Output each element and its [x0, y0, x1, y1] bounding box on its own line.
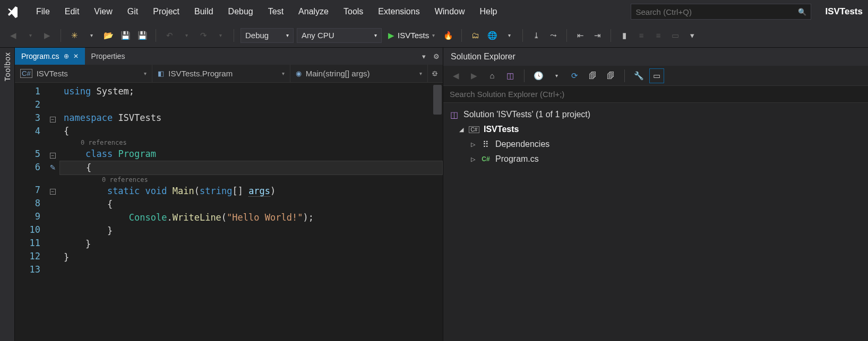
menu-debug[interactable]: Debug [221, 4, 261, 20]
menu-view[interactable]: View [87, 4, 119, 20]
nav-back-button[interactable]: ◀ [6, 29, 20, 42]
start-debug-button[interactable]: ▶ ISVTests ▾ [385, 31, 438, 40]
code-line[interactable]: using System; [59, 85, 443, 98]
sln-pending-button[interactable]: 🕓 [531, 68, 546, 83]
menu-help[interactable]: Help [472, 4, 505, 20]
sln-properties-button[interactable]: 🔧 [631, 68, 646, 83]
menu-window[interactable]: Window [427, 4, 472, 20]
codelens-references[interactable]: 0 references [59, 175, 443, 185]
browser-link-button[interactable]: 🌐 [485, 29, 499, 42]
menu-edit[interactable]: Edit [57, 4, 87, 20]
expander-icon[interactable]: ◢ [458, 126, 465, 133]
redo-button[interactable]: ↷ [196, 29, 210, 42]
toolbox-tab[interactable]: Toolbox [0, 48, 15, 341]
step-over-button[interactable]: ⤳ [546, 29, 560, 42]
split-editor-button[interactable]: ⯐ [428, 69, 443, 77]
sln-preview-button[interactable]: ▭ [649, 68, 664, 83]
overflow-icon[interactable]: ▾ [685, 29, 699, 42]
menu-extensions[interactable]: Extensions [371, 4, 427, 20]
outdent-button[interactable]: ⇤ [573, 29, 587, 42]
code-line[interactable] [59, 98, 443, 111]
menu-analyze[interactable]: Analyze [291, 4, 336, 20]
nav-class-dropdown[interactable]: ◧ ISVTests.Program▾ [152, 65, 290, 82]
menu-project[interactable]: Project [145, 4, 187, 20]
code-line[interactable]: Console.WriteLine("Hello World!"); [59, 211, 443, 224]
expander-icon[interactable]: ▷ [470, 156, 476, 163]
editor-scrollbar[interactable] [433, 85, 442, 115]
indent-button[interactable]: ⇥ [590, 29, 604, 42]
expander-icon[interactable]: ▷ [470, 141, 476, 148]
menu-tools[interactable]: Tools [336, 4, 371, 20]
tab-settings-button[interactable]: ⚙ [430, 53, 443, 60]
sln-home-button[interactable]: ⌂ [485, 68, 500, 83]
comment-button[interactable]: ≡ [634, 29, 648, 42]
code-line[interactable]: class Program [59, 147, 443, 161]
hot-reload-icon[interactable]: 🔥 [441, 29, 455, 42]
browse-folder-button[interactable]: 🗂 [468, 29, 482, 42]
sln-back-button[interactable]: ◀ [449, 68, 463, 83]
sln-forward-button[interactable]: ▶ [467, 68, 482, 83]
new-item-button[interactable]: ✳ [67, 29, 81, 42]
menu-file[interactable]: File [29, 4, 57, 20]
tree-solution-node[interactable]: ◫ Solution 'ISVTests' (1 of 1 project) [449, 107, 863, 122]
save-all-button[interactable]: 💾 [135, 29, 149, 42]
pin-icon[interactable]: ⊕ [64, 53, 69, 60]
sln-show-all-button[interactable]: 🗐 [603, 68, 618, 83]
browser-drop-icon[interactable]: ▾ [502, 29, 516, 42]
tab-overflow-button[interactable]: ▾ [417, 53, 430, 60]
sln-pending-drop-icon[interactable]: ▾ [549, 68, 564, 83]
nav-forward-button[interactable]: ▶ [40, 29, 54, 42]
document-tabs: Program.cs ⊕ ✕ Properties ▾ ⚙ [15, 48, 443, 65]
new-drop-icon[interactable]: ▾ [84, 29, 98, 42]
codelens-references[interactable]: 0 references [59, 138, 443, 147]
editor-pane: Program.cs ⊕ ✕ Properties ▾ ⚙ C# ISVTest… [15, 48, 443, 341]
step-into-button[interactable]: ⤓ [529, 29, 543, 42]
menu-git[interactable]: Git [120, 4, 145, 20]
tree-dependencies-node[interactable]: ▷ ⠿ Dependencies [449, 137, 863, 152]
solution-explorer-pane: Solution Explorer ◀ ▶ ⌂ ◫ 🕓 ▾ ⟳ 🗐 🗐 🔧 ▭ … [443, 48, 868, 341]
configuration-dropdown[interactable]: Debug▾ [240, 28, 294, 43]
save-button[interactable]: 💾 [118, 29, 132, 42]
close-icon[interactable]: ✕ [73, 53, 79, 60]
undo-drop-icon[interactable]: ▾ [179, 29, 193, 42]
bookmark-button[interactable]: ▮ [617, 29, 631, 42]
tab-program-cs[interactable]: Program.cs ⊕ ✕ [15, 48, 85, 65]
code-line[interactable]: static void Main(string[] args) [59, 185, 443, 198]
solution-name-label: ISVTests [825, 6, 863, 17]
toggle-button[interactable]: ▭ [668, 29, 682, 42]
uncomment-button[interactable]: ≡ [651, 29, 665, 42]
undo-button[interactable]: ↶ [162, 29, 176, 42]
sln-collapse-button[interactable]: 🗐 [585, 68, 600, 83]
nav-project-dropdown[interactable]: C# ISVTests▾ [15, 65, 152, 82]
toolbox-label: Toolbox [3, 52, 12, 81]
csharp-project-icon: C# [469, 126, 479, 133]
sln-switch-views-button[interactable]: ◫ [503, 68, 518, 83]
sln-sync-button[interactable]: ⟳ [567, 68, 582, 83]
open-file-button[interactable]: 📂 [101, 29, 115, 42]
menu-build[interactable]: Build [187, 4, 221, 20]
redo-drop-icon[interactable]: ▾ [213, 29, 227, 42]
code-editor[interactable]: 12345678910111213 −−✎− using System; nam… [15, 83, 443, 341]
tree-file-node[interactable]: ▷ C# Program.cs [449, 152, 863, 167]
solution-search-input[interactable] [450, 90, 862, 99]
menu-test[interactable]: Test [261, 4, 291, 20]
tab-properties[interactable]: Properties [85, 48, 132, 65]
code-line[interactable]: } [59, 238, 443, 251]
code-line[interactable]: } [59, 224, 443, 238]
code-line[interactable]: { [59, 125, 443, 138]
code-line[interactable]: { [59, 198, 443, 211]
csharp-file-icon: C# [480, 155, 491, 163]
back-drop-icon[interactable]: ▾ [23, 29, 37, 42]
fold-gutter[interactable]: −−✎− [46, 83, 59, 341]
code-line[interactable]: { [59, 161, 443, 175]
nav-member-dropdown[interactable]: ◉ Main(string[] args)▾ [290, 65, 428, 82]
platform-dropdown[interactable]: Any CPU▾ [297, 28, 382, 43]
class-icon: ◧ [158, 69, 164, 77]
code-line[interactable]: namespace ISVTests [59, 111, 443, 125]
tree-project-node[interactable]: ◢ C# ISVTests [449, 122, 863, 137]
global-search[interactable]: 🔍 [631, 4, 811, 20]
code-line[interactable] [59, 264, 443, 277]
search-input[interactable] [635, 7, 798, 16]
code-line[interactable]: } [59, 251, 443, 264]
solution-search[interactable] [443, 86, 868, 103]
